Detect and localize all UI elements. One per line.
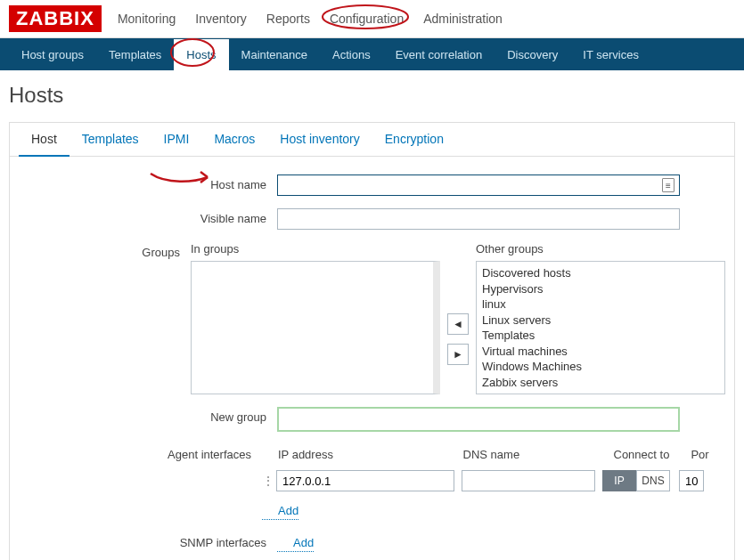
subnav-event-correlation[interactable]: Event correlation: [383, 39, 495, 70]
host-name-input[interactable]: [277, 174, 680, 196]
subnav-it-services[interactable]: IT services: [570, 39, 651, 70]
topnav-items: Monitoring Inventory Reports Configurati…: [118, 12, 522, 26]
tab-macros[interactable]: Macros: [201, 123, 267, 156]
row-agent-interfaces: Agent interfaces IP address DNS name Con…: [19, 444, 725, 520]
groups-picker: In groups ◄ ► Other groups: [191, 242, 725, 394]
list-item[interactable]: Virtual machines: [482, 344, 719, 360]
tab-host[interactable]: Host: [19, 123, 69, 157]
tab-templates[interactable]: Templates: [69, 123, 151, 156]
page-title: Hosts: [9, 83, 735, 108]
connect-ip-button[interactable]: IP: [602, 470, 636, 491]
row-groups: Groups In groups ◄ ►: [19, 242, 725, 394]
sub-navbar: Host groups Templates Hosts Maintenance …: [0, 38, 744, 70]
label-snmp-interfaces: SNMP interfaces: [19, 532, 277, 549]
tab-ipmi[interactable]: IPMI: [151, 123, 202, 156]
move-left-button[interactable]: ◄: [447, 313, 469, 335]
in-groups-list[interactable]: [191, 261, 440, 394]
visible-name-input[interactable]: [277, 208, 680, 230]
label-agent-interfaces: Agent interfaces: [19, 444, 262, 461]
subnav-host-groups[interactable]: Host groups: [9, 39, 96, 70]
agent-interface-header: IP address DNS name Connect to Por: [262, 444, 725, 468]
list-item[interactable]: Templates: [482, 328, 719, 344]
col-port: Por: [691, 448, 725, 461]
nav-monitoring[interactable]: Monitoring: [118, 12, 176, 26]
nav-configuration[interactable]: Configuration: [330, 12, 404, 26]
tab-host-inventory[interactable]: Host inventory: [267, 123, 372, 156]
agent-interface-table: IP address DNS name Connect to Por ⋮⋮ IP: [262, 444, 725, 520]
move-right-button[interactable]: ►: [447, 344, 469, 365]
row-new-group: New group: [19, 407, 725, 432]
col-ip: IP address: [278, 448, 463, 461]
subnav-discovery[interactable]: Discovery: [495, 39, 570, 70]
snmp-add-link[interactable]: Add: [277, 532, 314, 552]
drag-handle-icon[interactable]: ⋮⋮: [262, 474, 276, 488]
agent-port-input[interactable]: [679, 470, 704, 491]
group-move-buttons: ◄ ►: [440, 260, 476, 394]
content-box: Host Templates IPMI Macros Host inventor…: [9, 122, 735, 560]
col-connect: Connect to: [614, 448, 691, 461]
subnav-maintenance[interactable]: Maintenance: [229, 39, 320, 70]
list-item[interactable]: Hypervisors: [482, 281, 719, 297]
agent-ip-input[interactable]: [276, 470, 454, 491]
brand-logo: ZABBIX: [9, 5, 102, 32]
triangle-right-icon: ►: [453, 348, 463, 361]
connect-dns-button[interactable]: DNS: [636, 470, 670, 491]
label-groups: Groups: [19, 242, 191, 259]
subnav-hosts-label: Hosts: [186, 48, 216, 61]
nav-inventory[interactable]: Inventory: [195, 12, 247, 26]
label-new-group: New group: [19, 407, 277, 424]
connect-to-toggle: IP DNS: [602, 470, 670, 491]
subnav-hosts[interactable]: Hosts: [174, 39, 228, 70]
form: Host name ≡ Visible name Groups: [10, 157, 734, 560]
page: Hosts Host Templates IPMI Macros Host in…: [0, 70, 744, 560]
row-snmp-interfaces: SNMP interfaces Add: [19, 532, 725, 552]
nav-reports[interactable]: Reports: [266, 12, 310, 26]
row-host-name: Host name ≡: [19, 174, 725, 196]
label-in-groups: In groups: [191, 242, 440, 256]
col-dns: DNS name: [463, 448, 614, 461]
nav-configuration-label: Configuration: [330, 12, 404, 26]
list-item[interactable]: Discovered hosts: [482, 265, 719, 281]
label-host-name: Host name: [19, 174, 277, 191]
new-group-input[interactable]: [277, 407, 680, 432]
list-item[interactable]: Linux servers: [482, 312, 719, 329]
label-visible-name: Visible name: [19, 208, 277, 225]
agent-interface-row: ⋮⋮ IP DNS: [262, 468, 725, 493]
list-item[interactable]: Zabbix servers: [482, 375, 719, 391]
list-item[interactable]: linux: [482, 296, 719, 312]
agent-add-link[interactable]: Add: [262, 500, 298, 520]
list-item[interactable]: Windows Machines: [482, 359, 719, 375]
subnav-templates[interactable]: Templates: [96, 39, 174, 70]
label-other-groups: Other groups: [476, 242, 725, 256]
top-navbar: ZABBIX Monitoring Inventory Reports Conf…: [0, 0, 744, 38]
tabs: Host Templates IPMI Macros Host inventor…: [10, 123, 734, 157]
agent-dns-input[interactable]: [462, 470, 595, 491]
other-groups-list[interactable]: Discovered hostsHypervisorslinuxLinux se…: [476, 261, 725, 394]
tab-encryption[interactable]: Encryption: [372, 123, 456, 156]
nav-administration[interactable]: Administration: [423, 12, 503, 26]
subnav-actions[interactable]: Actions: [320, 39, 383, 70]
row-visible-name: Visible name: [19, 208, 725, 230]
triangle-left-icon: ◄: [453, 318, 463, 330]
